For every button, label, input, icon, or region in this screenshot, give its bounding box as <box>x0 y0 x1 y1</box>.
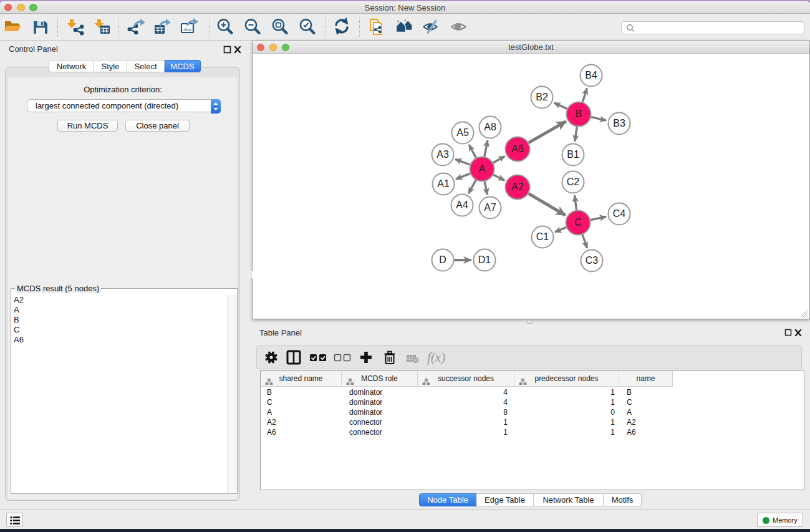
svg-text:A3: A3 <box>436 149 449 160</box>
svg-text:B: B <box>576 109 582 119</box>
svg-text:C2: C2 <box>567 177 580 187</box>
svg-text:A2: A2 <box>511 181 524 192</box>
svg-text:C3: C3 <box>586 255 599 266</box>
svg-text:C1: C1 <box>536 231 549 242</box>
svg-text:D1: D1 <box>478 254 491 265</box>
svg-text:A4: A4 <box>456 200 468 210</box>
svg-text:C4: C4 <box>613 208 626 219</box>
svg-text:C: C <box>574 217 582 228</box>
svg-text:B2: B2 <box>536 92 548 102</box>
svg-text:A: A <box>479 163 486 174</box>
svg-text:A8: A8 <box>484 122 496 132</box>
svg-text:B4: B4 <box>585 70 597 80</box>
svg-text:A5: A5 <box>456 127 469 138</box>
svg-text:D: D <box>439 254 446 265</box>
svg-text:B1: B1 <box>567 149 579 160</box>
svg-text:B3: B3 <box>613 118 625 128</box>
svg-text:A7: A7 <box>484 202 496 213</box>
svg-text:A1: A1 <box>437 178 450 189</box>
svg-text:A6: A6 <box>511 143 524 154</box>
